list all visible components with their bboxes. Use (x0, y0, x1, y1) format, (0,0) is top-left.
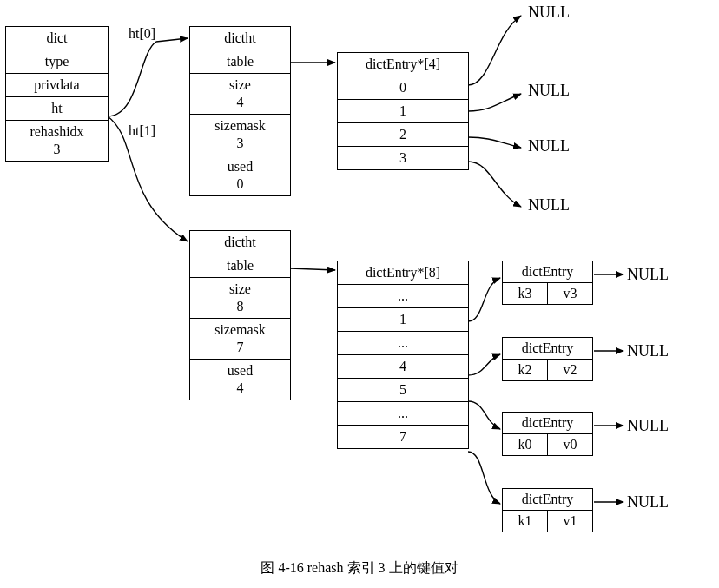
null-label: NULL (528, 137, 570, 155)
dict-node: dict type privdata ht rehashidx 3 (5, 26, 109, 162)
dictentry-node: dictEntry k0 v0 (502, 412, 593, 456)
dictentry-node: dictEntry k2 v2 (502, 337, 593, 381)
dictht0-used: used 0 (190, 155, 290, 195)
array8-slot: ... (338, 401, 468, 425)
dictentry-title: dictEntry (502, 412, 593, 434)
dictentry-title: dictEntry (502, 261, 593, 283)
dictht1-table: table (190, 254, 290, 277)
null-label: NULL (627, 266, 669, 284)
dict-privdata: privdata (6, 73, 108, 96)
dictentry-val: v1 (548, 511, 593, 532)
dictentry-title: dictEntry (502, 488, 593, 511)
dictentry-node: dictEntry k1 v1 (502, 488, 593, 532)
array8-slot: ... (338, 331, 468, 354)
dictht1-used: used 4 (190, 359, 290, 400)
dictht0-size: size 4 (190, 73, 290, 114)
array8-slot: 5 (338, 378, 468, 401)
dictentry-key: k0 (502, 434, 548, 456)
dictht1-sizemask: sizemask 7 (190, 318, 290, 359)
edge-label-ht1: ht[1] (129, 123, 155, 139)
dictht1-size: size 8 (190, 277, 290, 318)
dictht0-table: table (190, 50, 290, 73)
dictentry-key: k3 (502, 283, 548, 305)
array8-slot: 1 (338, 307, 468, 331)
null-label: NULL (627, 342, 669, 360)
array4-slot: 1 (338, 99, 468, 122)
dictentry-val: v0 (548, 434, 593, 456)
dict-rehashidx-label: rehashidx (30, 124, 83, 139)
dict-title: dict (6, 27, 108, 50)
null-label: NULL (627, 417, 669, 435)
dict-ht: ht (6, 96, 108, 120)
dictentry-title: dictEntry (502, 337, 593, 360)
array4-slot: 2 (338, 122, 468, 146)
array4-slot: 0 (338, 76, 468, 99)
edge-label-ht0: ht[0] (129, 26, 155, 42)
dictentry-key: k1 (502, 511, 548, 532)
figure-caption: 图 4-16 rehash 索引 3 上的键值对 (0, 559, 719, 578)
array8-slot: 7 (338, 425, 468, 448)
dictht0-node: dictht table size 4 sizemask 3 used 0 (189, 26, 291, 196)
null-label: NULL (528, 196, 570, 215)
dict-rehashidx-value: 3 (54, 142, 61, 156)
array8-node: dictEntry*[8] ... 1 ... 4 5 ... 7 (337, 261, 469, 449)
array4-node: dictEntry*[4] 0 1 2 3 (337, 52, 469, 170)
null-label: NULL (627, 493, 669, 512)
dictentry-val: v2 (548, 360, 593, 381)
array8-header: dictEntry*[8] (338, 261, 468, 284)
dictht1-title: dictht (190, 231, 290, 254)
dictht1-node: dictht table size 8 sizemask 7 used 4 (189, 230, 291, 400)
dictht0-sizemask: sizemask 3 (190, 114, 290, 155)
array4-slot: 3 (338, 146, 468, 169)
null-label: NULL (528, 82, 570, 100)
null-label: NULL (528, 3, 570, 22)
dictentry-val: v3 (548, 283, 593, 305)
array8-slot: 4 (338, 354, 468, 378)
array8-slot: ... (338, 284, 468, 307)
dict-rehashidx: rehashidx 3 (6, 120, 108, 161)
dictentry-key: k2 (502, 360, 548, 381)
dictentry-node: dictEntry k3 v3 (502, 261, 593, 305)
array4-header: dictEntry*[4] (338, 53, 468, 76)
dictht0-title: dictht (190, 27, 290, 50)
diagram-canvas: dict type privdata ht rehashidx 3 ht[0] … (0, 0, 719, 588)
dict-type: type (6, 50, 108, 73)
